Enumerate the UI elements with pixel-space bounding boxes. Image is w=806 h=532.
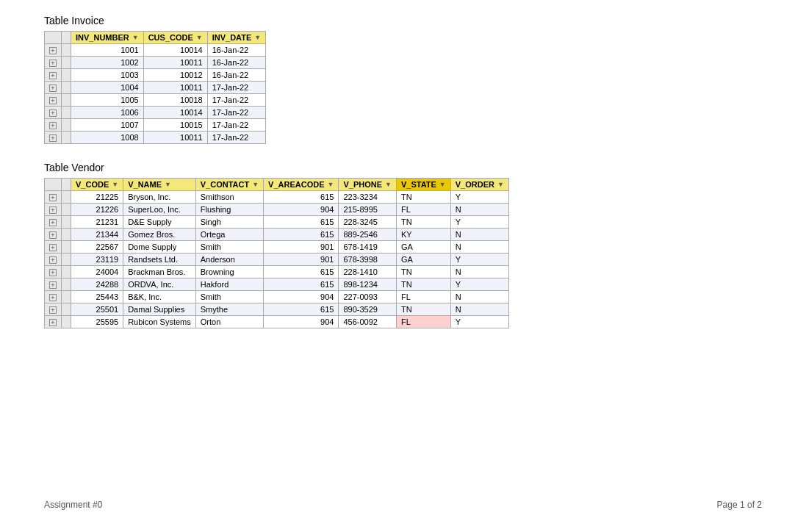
invoice-row: + 1005 10018 17-Jan-22 [45, 94, 266, 107]
invoice-row: + 1006 10014 17-Jan-22 [45, 107, 266, 119]
expand-cell[interactable]: + [45, 278, 62, 291]
vendor-col-v-name[interactable]: V_NAME ▼ [123, 179, 196, 191]
v-order-sort-icon[interactable]: ▼ [497, 181, 504, 188]
v-order-cell: Y [450, 191, 508, 204]
expand-cell[interactable]: + [45, 266, 62, 278]
expand-cell[interactable]: + [45, 204, 62, 216]
vendor-row: + 24004 Brackman Bros. Browning 615 228-… [45, 266, 509, 278]
v-areacode-cell: 615 [264, 229, 339, 241]
vendor-col-v-contact[interactable]: V_CONTACT ▼ [195, 179, 263, 191]
expand-cell[interactable]: + [45, 94, 62, 107]
v-contact-cell: Smythe [195, 303, 263, 316]
invoice-col-inv-date[interactable]: INV_DATE ▼ [207, 32, 266, 44]
invoice-col-expand [45, 32, 62, 44]
vendor-col-v-areacode[interactable]: V_AREACODE ▼ [264, 179, 339, 191]
vendor-row: + 21344 Gomez Bros. Ortega 615 889-2546 … [45, 229, 509, 241]
invoice-row: + 1004 10011 17-Jan-22 [45, 82, 266, 94]
v-code-sort-icon[interactable]: ▼ [112, 181, 118, 188]
row-num-cell [62, 316, 71, 328]
v-phone-cell: 898-1234 [339, 278, 397, 291]
cus-code-cell: 10014 [143, 107, 207, 119]
inv-date-cell: 16-Jan-22 [207, 69, 266, 82]
invoice-row: + 1003 10012 16-Jan-22 [45, 69, 266, 82]
invoice-col-inv-number[interactable]: INV_NUMBER ▼ [71, 32, 144, 44]
inv-date-cell: 16-Jan-22 [207, 57, 266, 69]
row-num-cell [62, 119, 71, 132]
expand-cell[interactable]: + [45, 254, 62, 266]
inv-date-cell: 17-Jan-22 [207, 82, 266, 94]
invoice-table-title: Table Invoice [44, 15, 762, 26]
row-num-cell [62, 191, 71, 204]
v-areacode-cell: 615 [264, 303, 339, 316]
row-num-cell [62, 303, 71, 316]
vendor-col-v-state[interactable]: V_STATE ▼ [396, 179, 450, 191]
row-num-cell [62, 266, 71, 278]
expand-cell[interactable]: + [45, 216, 62, 229]
v-state-sort-icon[interactable]: ▼ [439, 181, 446, 188]
v-order-cell: Y [450, 316, 508, 328]
inv-number-cell: 1001 [71, 44, 144, 57]
v-name-sort-icon[interactable]: ▼ [165, 181, 171, 188]
row-num-cell [62, 291, 71, 303]
invoice-col-rownum [62, 32, 71, 44]
v-state-cell: TN [396, 191, 450, 204]
expand-cell[interactable]: + [45, 119, 62, 132]
v-code-cell: 21344 [71, 229, 123, 241]
expand-cell[interactable]: + [45, 303, 62, 316]
row-num-cell [62, 44, 71, 57]
v-phone-cell: 228-1410 [339, 266, 397, 278]
vendor-col-v-order[interactable]: V_ORDER ▼ [450, 179, 508, 191]
v-code-cell: 24004 [71, 266, 123, 278]
v-phone-cell: 456-0092 [339, 316, 397, 328]
v-name-cell: Damal Supplies [123, 303, 196, 316]
invoice-row: + 1002 10011 16-Jan-22 [45, 57, 266, 69]
v-areacode-sort-icon[interactable]: ▼ [328, 181, 334, 188]
row-num-cell [62, 57, 71, 69]
v-state-cell: TN [396, 216, 450, 229]
inv-date-cell: 17-Jan-22 [207, 94, 266, 107]
expand-cell[interactable]: + [45, 107, 62, 119]
v-name-cell: Rubicon Systems [123, 316, 196, 328]
v-phone-cell: 215-8995 [339, 204, 397, 216]
expand-cell[interactable]: + [45, 316, 62, 328]
vendor-row: + 21225 Bryson, Inc. Smithson 615 223-32… [45, 191, 509, 204]
expand-cell[interactable]: + [45, 132, 62, 144]
v-order-cell: Y [450, 254, 508, 266]
cus-code-sort-icon[interactable]: ▼ [196, 34, 203, 41]
expand-cell[interactable]: + [45, 229, 62, 241]
v-areacode-cell: 615 [264, 191, 339, 204]
invoice-col-cus-code[interactable]: CUS_CODE ▼ [143, 32, 207, 44]
vendor-row: + 21226 SuperLoo, Inc. Flushing 904 215-… [45, 204, 509, 216]
vendor-col-v-phone[interactable]: V_PHONE ▼ [339, 179, 397, 191]
row-num-cell [62, 107, 71, 119]
row-num-cell [62, 216, 71, 229]
expand-cell[interactable]: + [45, 69, 62, 82]
v-code-cell: 23119 [71, 254, 123, 266]
expand-cell[interactable]: + [45, 44, 62, 57]
v-name-cell: Bryson, Inc. [123, 191, 196, 204]
expand-cell[interactable]: + [45, 191, 62, 204]
invoice-row: + 1007 10015 17-Jan-22 [45, 119, 266, 132]
inv-date-sort-icon[interactable]: ▼ [254, 34, 261, 41]
row-num-cell [62, 94, 71, 107]
inv-number-cell: 1007 [71, 119, 144, 132]
v-order-cell: N [450, 291, 508, 303]
vendor-row: + 21231 D&E Supply Singh 615 228-3245 TN… [45, 216, 509, 229]
v-phone-sort-icon[interactable]: ▼ [385, 181, 392, 188]
v-contact-sort-icon[interactable]: ▼ [252, 181, 259, 188]
v-name-cell: Randsets Ltd. [123, 254, 196, 266]
v-state-cell: TN [396, 266, 450, 278]
v-state-cell: KY [396, 229, 450, 241]
expand-cell[interactable]: + [45, 291, 62, 303]
v-areacode-cell: 904 [264, 291, 339, 303]
expand-cell[interactable]: + [45, 57, 62, 69]
row-num-cell [62, 132, 71, 144]
v-contact-cell: Browning [195, 266, 263, 278]
inv-number-sort-icon[interactable]: ▼ [132, 34, 139, 41]
v-areacode-cell: 901 [264, 254, 339, 266]
v-contact-cell: Smithson [195, 191, 263, 204]
assignment-label: Assignment #0 [44, 500, 102, 510]
vendor-col-v-code[interactable]: V_CODE ▼ [71, 179, 123, 191]
expand-cell[interactable]: + [45, 241, 62, 254]
expand-cell[interactable]: + [45, 82, 62, 94]
